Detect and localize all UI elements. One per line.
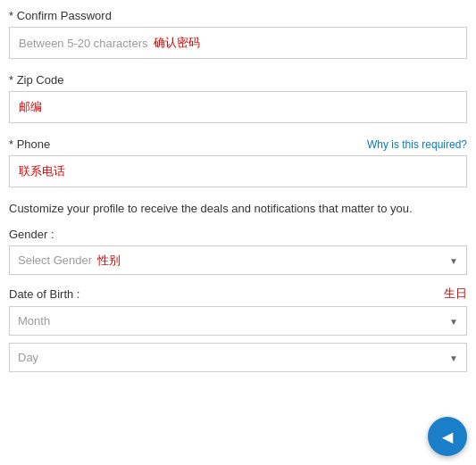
dob-label-text: Date of Birth :	[9, 287, 79, 301]
why-required-link[interactable]: Why is this required?	[367, 138, 467, 151]
dob-label-cn: 生日	[444, 286, 467, 302]
phone-group: * Phone Why is this required? 联系电话	[9, 137, 467, 187]
dob-label: Date of Birth : 生日	[9, 286, 467, 302]
zip-code-input-wrapper[interactable]: 邮编	[9, 91, 467, 123]
month-select-wrapper: January February March April May June Ju…	[9, 306, 467, 336]
gender-label: Gender :	[9, 228, 467, 241]
zip-code-label: * Zip Code	[9, 73, 467, 87]
confirm-password-group: * Confirm Password Between 5-20 characte…	[9, 9, 467, 59]
confirm-password-input-wrapper[interactable]: Between 5-20 characters 确认密码	[9, 27, 467, 59]
zip-code-group: * Zip Code 邮编	[9, 73, 467, 123]
gender-select-wrapper: Male Female Select Gender 性别	[9, 245, 467, 275]
confirm-password-placeholder-en: Between 5-20 characters	[19, 37, 148, 50]
month-select[interactable]: January February March April May June Ju…	[9, 306, 467, 336]
day-select[interactable]: 1 2 3	[9, 343, 467, 372]
zip-code-placeholder-cn: 邮编	[19, 99, 42, 115]
gender-label-text: Gender :	[9, 228, 54, 241]
dob-group: Date of Birth : 生日 January February Marc…	[9, 286, 467, 372]
phone-label-text: * Phone	[9, 137, 50, 151]
confirm-password-label: * Confirm Password	[9, 9, 467, 22]
gender-select[interactable]: Male Female	[9, 245, 467, 275]
gender-group: Gender : Male Female Select Gender 性别	[9, 228, 467, 275]
day-select-wrapper: 1 2 3 Day	[9, 343, 467, 372]
zip-code-label-text: * Zip Code	[9, 73, 63, 87]
confirm-password-label-text: * Confirm Password	[9, 9, 112, 22]
customize-profile-text: Customize your profile to receive the de…	[9, 202, 467, 215]
phone-label-row: * Phone Why is this required?	[9, 137, 467, 151]
confirm-password-placeholder-cn: 确认密码	[154, 35, 200, 51]
phone-placeholder-cn: 联系电话	[19, 163, 65, 179]
phone-input-wrapper[interactable]: 联系电话	[9, 155, 467, 187]
